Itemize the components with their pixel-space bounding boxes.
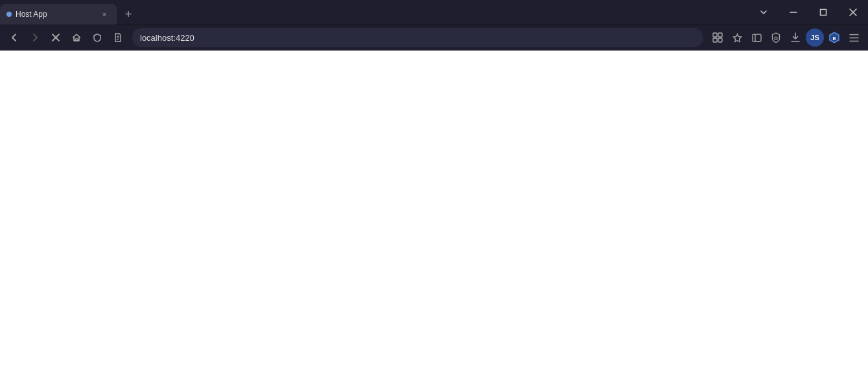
profile-button[interactable]: JS bbox=[806, 28, 824, 47]
page-info-icon[interactable] bbox=[109, 28, 127, 47]
svg-rect-10 bbox=[713, 33, 717, 37]
svg-rect-6 bbox=[75, 39, 78, 41]
title-bar-left: Host App × + bbox=[0, 0, 749, 25]
tab-list-dropdown-button[interactable] bbox=[749, 0, 779, 25]
nav-bar: localhost:4220 bbox=[0, 25, 868, 51]
title-bar: Host App × + bbox=[0, 0, 868, 25]
forward-button[interactable] bbox=[26, 28, 44, 47]
brave-shield-button[interactable] bbox=[767, 28, 785, 47]
svg-rect-13 bbox=[718, 38, 722, 42]
svg-rect-14 bbox=[753, 34, 761, 41]
home-button[interactable] bbox=[67, 28, 86, 47]
new-tab-button[interactable]: + bbox=[119, 5, 137, 23]
stop-reload-button[interactable] bbox=[47, 28, 65, 47]
tracking-protection-icon[interactable] bbox=[88, 28, 106, 47]
close-button[interactable] bbox=[838, 0, 868, 25]
tab-title: Host App bbox=[16, 10, 95, 19]
window-controls bbox=[749, 0, 868, 25]
menu-button[interactable] bbox=[845, 28, 863, 47]
profile-initials: JS bbox=[810, 34, 819, 41]
tab-close-button[interactable]: × bbox=[99, 8, 110, 20]
tab-favicon bbox=[6, 12, 12, 17]
downloads-button[interactable] bbox=[786, 28, 804, 47]
content-area bbox=[0, 51, 868, 384]
svg-rect-12 bbox=[713, 38, 717, 42]
brave-app-button[interactable]: B bbox=[825, 28, 843, 47]
maximize-button[interactable] bbox=[808, 0, 838, 25]
toolbar-right: JS B bbox=[709, 28, 863, 47]
extensions-button[interactable] bbox=[709, 28, 727, 47]
svg-rect-1 bbox=[821, 10, 827, 16]
back-button[interactable] bbox=[5, 28, 23, 47]
svg-text:B: B bbox=[832, 36, 836, 41]
address-bar-text: localhost:4220 bbox=[140, 33, 696, 43]
minimize-button[interactable] bbox=[779, 0, 808, 25]
svg-point-16 bbox=[775, 37, 777, 40]
tab-strip: Host App × + bbox=[0, 0, 137, 25]
address-bar[interactable]: localhost:4220 bbox=[132, 28, 703, 47]
browser-tab-host-app[interactable]: Host App × bbox=[0, 4, 117, 25]
sidebar-button[interactable] bbox=[747, 28, 766, 47]
svg-rect-11 bbox=[718, 33, 722, 37]
bookmark-button[interactable] bbox=[728, 28, 746, 47]
